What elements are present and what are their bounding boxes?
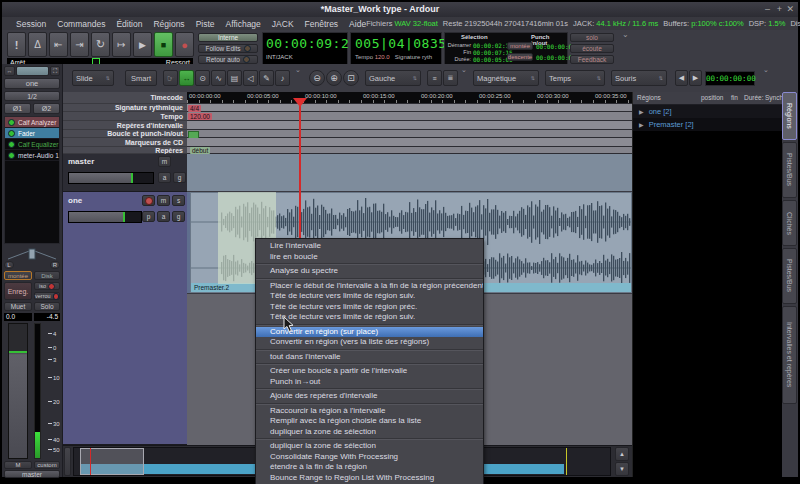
plugin-active-led[interactable] xyxy=(8,141,15,148)
sync-source-button[interactable]: Interne xyxy=(198,33,258,42)
tool-grab-button[interactable]: ☞ xyxy=(163,70,178,86)
record-button[interactable]: ● xyxy=(175,32,194,57)
plugin-calf-equalizer[interactable]: Calf Equalizer xyxy=(5,139,59,150)
plugin-calf-analyzer[interactable]: Calf Analyzer xyxy=(5,117,59,128)
nudge-forward-button[interactable]: ▶ xyxy=(689,70,702,86)
master-track-name[interactable]: master xyxy=(68,157,94,166)
tool-cut-button[interactable]: ⊙ xyxy=(195,70,210,86)
range-marker-ruler[interactable] xyxy=(187,121,632,130)
plugin-active-led[interactable] xyxy=(8,119,15,126)
zoom-focus-dropdown[interactable]: Gauche⇅ xyxy=(365,70,421,86)
master-gain-slider[interactable] xyxy=(68,172,154,184)
smart-mode-button[interactable]: Smart xyxy=(125,70,157,86)
minimize-button[interactable]: – xyxy=(765,4,770,14)
listen-button[interactable]: écoute xyxy=(570,44,614,53)
track-height-chevron-icon[interactable]: ⌄ xyxy=(461,66,467,74)
tab-ranges-marks[interactable]: Intervalles et repères xyxy=(782,306,797,404)
summary-left-handle[interactable] xyxy=(64,447,71,476)
menu-item-punch-in-out[interactable]: Punch in→out xyxy=(256,377,483,388)
menu-item-duplicate-range-2[interactable]: dupliquer la zone de sélection xyxy=(256,441,483,452)
expand-arrow-icon[interactable]: ▶ xyxy=(639,121,644,128)
timecode-ruler[interactable]: 00:00:00:00 00:00:05:00 00:00:10:00 00:0… xyxy=(187,92,632,104)
strip-fade-in-button[interactable]: montée xyxy=(4,271,32,280)
primary-clock[interactable]: 00:00:09:21 INT/JACK xyxy=(262,32,348,67)
signature-ruler[interactable]: 4/4 xyxy=(187,104,632,112)
one-record-button[interactable] xyxy=(142,195,155,206)
menu-item-playhead-next-boundary[interactable]: Tête de lecture vers limite de région su… xyxy=(256,291,483,302)
signature-marker[interactable]: 4/4 xyxy=(188,105,201,112)
summary-zoom-in-button[interactable]: ▲ xyxy=(615,447,629,461)
one-gain-slider[interactable] xyxy=(68,211,142,223)
tools-chevron-icon[interactable]: ⌄ xyxy=(295,66,301,74)
col-length[interactable]: Durée: xyxy=(744,94,764,101)
plugin-active-led[interactable] xyxy=(8,130,15,137)
plugin-meter[interactable]: meter-Audio 1 xyxy=(5,150,59,161)
pan-widget[interactable] xyxy=(6,248,58,260)
ruler-label-loop-punch[interactable]: Boucle et punch-in/out xyxy=(63,130,187,138)
menu-jack[interactable]: JACK xyxy=(272,19,294,29)
ruler-label-timecode[interactable]: Timecode xyxy=(63,92,187,104)
disk-button[interactable]: Disk xyxy=(34,271,60,280)
ruler-label-signature[interactable]: Signature rythmique xyxy=(63,104,187,112)
tempo-ruler[interactable]: 120.00 xyxy=(187,112,632,121)
menu-item-consolidate-range[interactable]: Consolidate Range With Processing xyxy=(256,452,483,463)
ruler-label-range-markers[interactable]: Repères d'intervalle xyxy=(63,121,187,130)
menu-item-move-range-start[interactable]: Placer le début de l'intervalle à la fin… xyxy=(256,281,483,292)
one-g-button[interactable]: g xyxy=(172,211,185,222)
fade-in-button[interactable]: montée xyxy=(507,42,533,50)
menu-item-duplicate-range[interactable]: dupliquer la zone de sélection xyxy=(256,427,483,438)
auto-return-button[interactable]: Retour auto xyxy=(198,55,258,64)
tab-tracks-buses-2[interactable]: Pistes/Bus xyxy=(782,248,797,304)
tool-range-button[interactable]: ↔ xyxy=(179,70,194,86)
tool-edit-notes-button[interactable]: ♪ xyxy=(275,70,290,86)
expand-arrow-icon[interactable]: ▶ xyxy=(639,108,644,115)
zoom-out-button[interactable]: ⊖ xyxy=(309,70,325,86)
metering-point-button[interactable]: M xyxy=(4,461,32,469)
col-end[interactable]: fin xyxy=(731,94,738,101)
nudge-chevron-icon[interactable]: ⌄ xyxy=(763,66,769,74)
tempo-marker[interactable]: 120.00 xyxy=(188,113,212,120)
master-mute-button[interactable]: m xyxy=(158,156,171,167)
transport-options-chevron-icon[interactable]: ⌄ xyxy=(622,30,629,39)
menu-edition[interactable]: Édition xyxy=(116,19,142,29)
strip-expand-button[interactable]: ⛶ xyxy=(50,66,60,76)
one-solo-button[interactable]: s xyxy=(172,195,185,206)
menu-regions[interactable]: Régions xyxy=(153,19,184,29)
one-track-name[interactable]: one xyxy=(68,196,82,205)
tab-snapshots[interactable]: Clichés xyxy=(782,200,797,246)
region-list-title[interactable]: Régions xyxy=(637,94,661,101)
ruler-label-tempo[interactable]: Tempo xyxy=(63,112,187,121)
nudge-back-button[interactable]: ◀ xyxy=(675,70,688,86)
master-a-button[interactable]: a xyxy=(158,172,171,183)
nudge-clock[interactable]: 00:00:00:00 xyxy=(705,71,755,86)
zoom-in-button[interactable]: ⊕ xyxy=(326,70,342,86)
stop-button[interactable]: ■ xyxy=(154,32,173,57)
menu-fenetres[interactable]: Fenêtres xyxy=(305,19,339,29)
tab-regions[interactable]: Régions xyxy=(782,92,797,140)
solo-button[interactable]: solo xyxy=(570,33,614,42)
menu-affichage[interactable]: Affichage xyxy=(226,19,261,29)
lock-button[interactable]: verrou xyxy=(34,292,60,300)
menu-item-playhead-prev-boundary[interactable]: Tête de lecture vers limite de région pr… xyxy=(256,302,483,313)
master-track-lane[interactable] xyxy=(187,154,632,192)
loop-punch-ruler[interactable] xyxy=(187,130,632,138)
play-button[interactable]: ▶ xyxy=(133,32,152,57)
edit-mode-dropdown[interactable]: Slide⇅ xyxy=(72,70,114,86)
output-button[interactable]: master xyxy=(4,470,60,478)
location-marker-ruler[interactable]: début xyxy=(187,147,632,154)
loop-button[interactable]: ↻ xyxy=(91,32,110,57)
menu-item-extend-to-region-end[interactable]: étendre à la fin de la région xyxy=(256,462,483,473)
meter-custom-button[interactable]: custom xyxy=(34,461,60,469)
menu-item-fill-with-region[interactable]: Remplir avec la région choisie dans la l… xyxy=(256,416,483,427)
menu-session[interactable]: Session xyxy=(16,19,46,29)
goto-start-button[interactable]: ⇤ xyxy=(49,32,68,57)
strip-shrink-button[interactable]: ↔ xyxy=(4,66,15,76)
phase-1-button[interactable]: Ø1 xyxy=(4,103,31,114)
strip-io-button[interactable]: 1/2 xyxy=(4,91,60,101)
tool-stretch-button[interactable]: ∿ xyxy=(211,70,226,86)
col-position[interactable]: position xyxy=(701,94,723,101)
menu-commandes[interactable]: Commandes xyxy=(57,19,105,29)
phase-2-button[interactable]: Ø2 xyxy=(33,103,60,114)
grid-unit-dropdown[interactable]: Temps⇅ xyxy=(545,70,605,86)
menu-aide[interactable]: Aide xyxy=(349,19,366,29)
